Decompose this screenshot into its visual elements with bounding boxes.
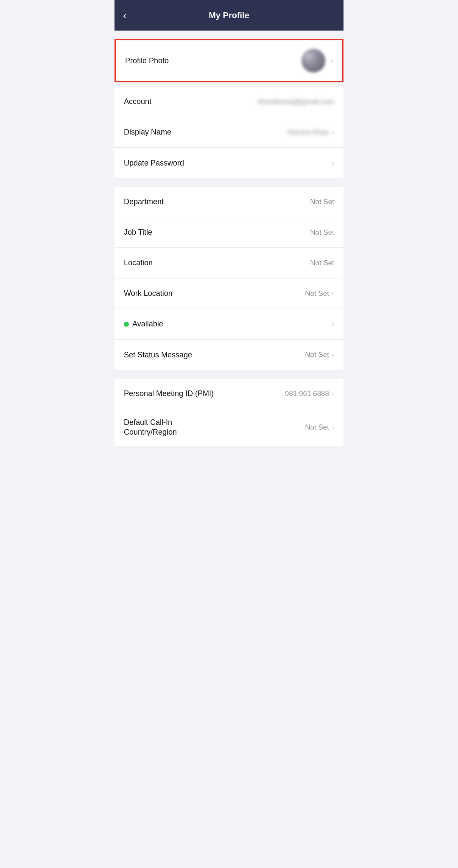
display-name-right: Hamza Khan › (288, 128, 334, 137)
set-status-message-label: Set Status Message (124, 351, 305, 360)
display-name-label: Display Name (124, 128, 288, 137)
set-status-message-chevron: › (332, 351, 334, 360)
avatar-image (302, 49, 325, 73)
work-location-label: Work Location (124, 289, 305, 298)
department-right: Not Set (310, 198, 334, 206)
job-title-row: Job Title Not Set (114, 217, 344, 248)
gap-3 (114, 178, 344, 187)
set-status-message-value: Not Set (305, 351, 329, 359)
display-name-value: Hamza Khan (288, 128, 329, 137)
display-name-chevron: › (332, 128, 334, 137)
pmi-label: Personal Meeting ID (PMI) (124, 389, 285, 398)
available-row[interactable]: Available › (114, 309, 344, 340)
available-chevron: › (332, 320, 334, 329)
available-label: Available (132, 320, 163, 329)
pmi-row[interactable]: Personal Meeting ID (PMI) 981 961 6888 › (114, 379, 344, 409)
header: ‹ My Profile (114, 0, 344, 31)
department-value: Not Set (310, 198, 334, 206)
set-status-message-row[interactable]: Set Status Message Not Set › (114, 340, 344, 370)
update-password-right: › (332, 159, 334, 168)
work-location-chevron: › (332, 289, 334, 298)
default-callin-label: Default Call-In Country/Region (124, 418, 177, 438)
gap-2 (114, 82, 344, 87)
location-label: Location (124, 258, 310, 267)
account-value: khanfarooq@gmail.com (258, 98, 334, 106)
job-title-value: Not Set (310, 228, 334, 237)
avatar (302, 49, 325, 73)
pmi-value: 981 961 6888 (285, 390, 329, 398)
profile-photo-right: › (302, 49, 333, 73)
account-row: Account khanfarooq@gmail.com (114, 87, 344, 117)
work-location-value: Not Set (305, 289, 329, 298)
available-right: › (332, 320, 334, 329)
default-callin-chevron: › (332, 423, 334, 432)
profile-photo-chevron: › (330, 56, 333, 65)
update-password-chevron: › (332, 159, 334, 168)
gap-4 (114, 370, 344, 379)
page-title: My Profile (209, 11, 249, 20)
account-right: khanfarooq@gmail.com (258, 98, 334, 106)
location-value: Not Set (310, 259, 334, 267)
pmi-chevron: › (332, 389, 334, 398)
profile-photo-label: Profile Photo (125, 56, 169, 65)
pmi-right: 981 961 6888 › (285, 389, 334, 398)
account-section: Account khanfarooq@gmail.com Display Nam… (114, 87, 344, 178)
gap-1 (114, 31, 344, 39)
update-password-row[interactable]: Update Password › (114, 148, 344, 178)
set-status-message-right: Not Set › (305, 351, 334, 360)
default-callin-row[interactable]: Default Call-In Country/Region Not Set › (114, 409, 344, 446)
location-right: Not Set (310, 259, 334, 267)
available-left: Available (124, 320, 163, 329)
meeting-section: Personal Meeting ID (PMI) 981 961 6888 ›… (114, 379, 344, 446)
update-password-label: Update Password (124, 159, 332, 168)
info-section: Department Not Set Job Title Not Set Loc… (114, 187, 344, 370)
back-button[interactable]: ‹ (123, 9, 127, 22)
department-row: Department Not Set (114, 187, 344, 217)
location-row: Location Not Set (114, 248, 344, 278)
default-callin-right: Not Set › (305, 423, 334, 432)
department-label: Department (124, 197, 310, 206)
display-name-row[interactable]: Display Name Hamza Khan › (114, 117, 344, 148)
job-title-label: Job Title (124, 228, 310, 237)
default-callin-value: Not Set (305, 423, 329, 432)
profile-photo-row[interactable]: Profile Photo › (114, 39, 344, 82)
work-location-right: Not Set › (305, 289, 334, 298)
account-label: Account (124, 97, 258, 106)
status-dot-green (124, 322, 129, 327)
work-location-row[interactable]: Work Location Not Set › (114, 278, 344, 309)
job-title-right: Not Set (310, 228, 334, 237)
